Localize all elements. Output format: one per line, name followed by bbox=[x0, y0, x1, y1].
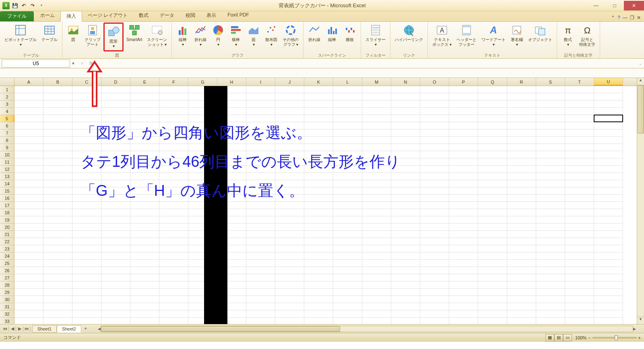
row-header-4[interactable]: 4 bbox=[0, 108, 14, 115]
sparkline-line-button[interactable]: 折れ線 bbox=[306, 23, 323, 43]
cell[interactable] bbox=[565, 310, 594, 318]
cell[interactable] bbox=[362, 187, 391, 195]
cell[interactable] bbox=[246, 267, 275, 274]
close-button[interactable]: ✕ bbox=[624, 1, 644, 10]
sheet-nav-prev-icon[interactable]: ◀ bbox=[9, 326, 16, 331]
sparkline-winloss-button[interactable]: 勝敗 bbox=[341, 23, 358, 43]
cell[interactable] bbox=[333, 158, 362, 166]
cell[interactable] bbox=[130, 202, 159, 209]
cell[interactable] bbox=[130, 115, 159, 122]
signature-button[interactable]: 署名欄 ▾ bbox=[508, 23, 525, 48]
cell[interactable] bbox=[130, 318, 159, 324]
col-header-P[interactable]: P bbox=[449, 78, 478, 86]
cell[interactable] bbox=[304, 122, 333, 129]
cell[interactable] bbox=[449, 166, 478, 173]
cell[interactable] bbox=[478, 253, 507, 260]
cell[interactable] bbox=[101, 137, 130, 144]
cell[interactable] bbox=[159, 166, 188, 173]
cell[interactable] bbox=[391, 260, 420, 267]
cell[interactable] bbox=[14, 187, 43, 195]
cell[interactable] bbox=[159, 122, 188, 129]
cell[interactable] bbox=[594, 281, 623, 289]
cell[interactable] bbox=[478, 318, 507, 324]
cell[interactable] bbox=[275, 238, 304, 245]
cell[interactable] bbox=[304, 166, 333, 173]
cell[interactable] bbox=[159, 144, 188, 151]
cell[interactable] bbox=[391, 173, 420, 180]
cell[interactable] bbox=[362, 267, 391, 274]
cell[interactable] bbox=[536, 187, 565, 195]
scroll-right-icon[interactable]: ▶ bbox=[633, 327, 636, 331]
cell[interactable] bbox=[478, 303, 507, 310]
cell[interactable] bbox=[536, 180, 565, 187]
cell[interactable] bbox=[478, 209, 507, 216]
cell[interactable] bbox=[536, 195, 565, 202]
cell[interactable] bbox=[594, 224, 623, 231]
cell[interactable] bbox=[449, 318, 478, 324]
cell[interactable] bbox=[159, 180, 188, 187]
cell[interactable] bbox=[333, 274, 362, 281]
col-header-N[interactable]: N bbox=[391, 78, 420, 86]
cell[interactable] bbox=[565, 180, 594, 187]
col-header-Q[interactable]: Q bbox=[478, 78, 507, 86]
cell[interactable] bbox=[275, 296, 304, 303]
cell[interactable] bbox=[159, 93, 188, 101]
expand-formula-icon[interactable]: ⌄ bbox=[637, 62, 644, 66]
cell[interactable] bbox=[72, 318, 101, 324]
cell[interactable] bbox=[159, 289, 188, 296]
cell[interactable] bbox=[391, 187, 420, 195]
cell[interactable] bbox=[130, 93, 159, 101]
cell[interactable] bbox=[101, 274, 130, 281]
cell[interactable] bbox=[246, 115, 275, 122]
cell[interactable] bbox=[333, 180, 362, 187]
cell[interactable] bbox=[594, 137, 623, 144]
cell[interactable] bbox=[304, 296, 333, 303]
cell[interactable] bbox=[507, 195, 536, 202]
cell[interactable] bbox=[594, 108, 623, 115]
cell[interactable] bbox=[14, 318, 43, 324]
cell[interactable] bbox=[507, 187, 536, 195]
cell[interactable] bbox=[391, 296, 420, 303]
cell[interactable] bbox=[362, 202, 391, 209]
cell[interactable] bbox=[246, 151, 275, 158]
cell[interactable] bbox=[507, 245, 536, 253]
zoom-in-icon[interactable]: + bbox=[638, 335, 641, 340]
cell[interactable] bbox=[304, 267, 333, 274]
cell[interactable] bbox=[101, 238, 130, 245]
cell[interactable] bbox=[72, 158, 101, 166]
cell[interactable] bbox=[159, 224, 188, 231]
row-header-22[interactable]: 22 bbox=[0, 238, 14, 245]
cell[interactable] bbox=[362, 195, 391, 202]
cell[interactable] bbox=[101, 296, 130, 303]
cell[interactable] bbox=[391, 224, 420, 231]
cell[interactable] bbox=[130, 173, 159, 180]
cell[interactable] bbox=[14, 289, 43, 296]
pivot-table-button[interactable]: ピボットテーブル ▾ bbox=[2, 23, 39, 48]
col-header-L[interactable]: L bbox=[333, 78, 362, 86]
cell[interactable] bbox=[304, 209, 333, 216]
cell[interactable] bbox=[101, 260, 130, 267]
cell[interactable] bbox=[333, 187, 362, 195]
cell[interactable] bbox=[14, 274, 43, 281]
cell[interactable] bbox=[536, 296, 565, 303]
cell[interactable] bbox=[420, 318, 449, 324]
cell[interactable] bbox=[101, 144, 130, 151]
cell[interactable] bbox=[275, 93, 304, 101]
cell[interactable] bbox=[159, 202, 188, 209]
cell[interactable] bbox=[159, 86, 188, 93]
cell[interactable] bbox=[72, 238, 101, 245]
col-header-F[interactable]: F bbox=[159, 78, 188, 86]
cell[interactable] bbox=[304, 137, 333, 144]
cell[interactable] bbox=[333, 122, 362, 129]
cell[interactable] bbox=[565, 86, 594, 93]
cell[interactable] bbox=[565, 129, 594, 137]
cell[interactable] bbox=[246, 187, 275, 195]
col-header-U[interactable]: U bbox=[594, 78, 623, 86]
cell[interactable] bbox=[449, 209, 478, 216]
cell[interactable] bbox=[275, 180, 304, 187]
cell[interactable] bbox=[420, 108, 449, 115]
cell[interactable] bbox=[536, 129, 565, 137]
cell[interactable] bbox=[130, 260, 159, 267]
row-header-32[interactable]: 32 bbox=[0, 310, 14, 318]
cell[interactable] bbox=[420, 224, 449, 231]
